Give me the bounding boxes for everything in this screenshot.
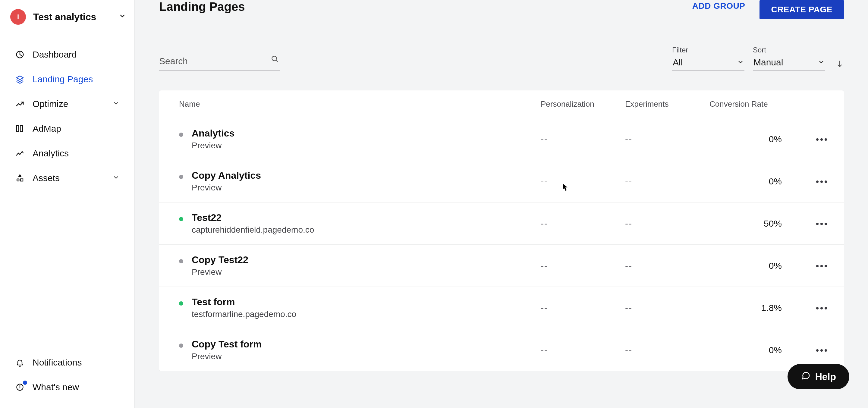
- assets-icon: [15, 173, 25, 183]
- table-row[interactable]: Analytics Preview -- -- 0%: [159, 118, 844, 160]
- cell-personalization: --: [541, 303, 625, 313]
- row-subtext: Preview: [192, 267, 248, 277]
- cell-experiments: --: [625, 176, 710, 187]
- table-row[interactable]: Copy Test form Preview -- -- 0%: [159, 329, 844, 371]
- chevron-down-icon: [113, 174, 119, 183]
- page-header: Landing Pages ADD GROUP CREATE PAGE: [159, 0, 844, 24]
- table-row[interactable]: Test22 capturehiddenfield.pagedemo.co --…: [159, 202, 844, 245]
- row-name: Test form: [192, 296, 296, 308]
- sidebar-nav: Dashboard Landing Pages Optimize: [0, 34, 134, 350]
- row-more-button[interactable]: [816, 307, 827, 310]
- chat-icon: [801, 371, 810, 383]
- sidebar-item-label: Assets: [33, 173, 60, 183]
- row-subtext: Preview: [192, 183, 261, 193]
- row-more-button[interactable]: [816, 138, 827, 141]
- workspace-switcher[interactable]: I Test analytics: [0, 0, 134, 34]
- row-more-button[interactable]: [816, 181, 827, 183]
- sidebar-item-analytics[interactable]: Analytics: [0, 141, 134, 166]
- svg-rect-4: [21, 179, 23, 181]
- status-dot-icon: [179, 217, 183, 221]
- workspace-name: Test analytics: [33, 11, 96, 23]
- cell-conversion: 1.8%: [710, 303, 788, 313]
- search-icon: [271, 55, 278, 64]
- sort-direction-button[interactable]: [835, 60, 844, 69]
- cell-conversion: 0%: [710, 176, 788, 187]
- filter-select[interactable]: All: [672, 56, 744, 71]
- th-personalization: Personalization: [541, 99, 625, 109]
- header-actions: ADD GROUP CREATE PAGE: [692, 0, 844, 19]
- sort-select[interactable]: Manual: [753, 56, 825, 71]
- row-subtext: capturehiddenfield.pagedemo.co: [192, 225, 314, 235]
- row-more-button[interactable]: [816, 223, 827, 225]
- row-more-button[interactable]: [816, 265, 827, 267]
- table-row[interactable]: Copy Analytics Preview -- -- 0%: [159, 160, 844, 202]
- sidebar-item-admap[interactable]: AdMap: [0, 116, 134, 141]
- sort-control: Sort Manual: [753, 46, 825, 71]
- row-more-button[interactable]: [816, 349, 827, 352]
- sidebar-item-assets[interactable]: Assets: [0, 166, 134, 190]
- chevron-down-icon: [113, 99, 119, 109]
- dashboard-icon: [15, 50, 25, 59]
- cell-personalization: --: [541, 176, 625, 187]
- table-header: Name Personalization Experiments Convers…: [159, 90, 844, 118]
- create-page-button[interactable]: CREATE PAGE: [760, 0, 844, 19]
- bell-icon: [15, 358, 25, 367]
- sidebar-item-whats-new[interactable]: What's new: [0, 375, 134, 400]
- whats-new-icon: [15, 382, 25, 392]
- sidebar-item-label: Notifications: [33, 357, 82, 368]
- admap-icon: [15, 124, 25, 133]
- row-subtext: Preview: [192, 352, 261, 361]
- controls-row: Filter All Sort Manual: [159, 46, 844, 71]
- cell-personalization: --: [541, 345, 625, 355]
- status-dot-icon: [179, 259, 183, 263]
- table-row[interactable]: Test form testformarline.pagedemo.co -- …: [159, 287, 844, 329]
- row-subtext: Preview: [192, 141, 235, 150]
- cell-personalization: --: [541, 218, 625, 229]
- sidebar-item-label: Analytics: [33, 148, 69, 158]
- cell-experiments: --: [625, 303, 710, 313]
- cell-conversion: 50%: [710, 218, 788, 229]
- landing-pages-table: Name Personalization Experiments Convers…: [159, 90, 844, 371]
- filter-value: All: [673, 57, 683, 67]
- chevron-down-icon: [737, 57, 744, 67]
- filter-control: Filter All: [672, 46, 744, 71]
- sidebar-item-label: AdMap: [33, 124, 61, 134]
- status-dot-icon: [179, 301, 183, 306]
- status-dot-icon: [179, 133, 183, 137]
- cell-personalization: --: [541, 261, 625, 271]
- page-title: Landing Pages: [159, 0, 245, 13]
- trending-up-icon: [15, 99, 25, 109]
- cell-experiments: --: [625, 345, 710, 355]
- sidebar-item-label: Optimize: [33, 99, 68, 109]
- status-dot-icon: [179, 175, 183, 179]
- row-name: Copy Analytics: [192, 170, 261, 181]
- row-subtext: testformarline.pagedemo.co: [192, 310, 296, 319]
- row-name: Test22: [192, 212, 314, 223]
- sidebar-item-notifications[interactable]: Notifications: [0, 350, 134, 375]
- search-input[interactable]: [159, 54, 280, 70]
- help-button[interactable]: Help: [787, 364, 849, 389]
- filter-label: Filter: [672, 46, 744, 54]
- cell-experiments: --: [625, 218, 710, 229]
- row-name: Copy Test form: [192, 339, 261, 350]
- workspace-initial: I: [17, 13, 19, 21]
- table-row[interactable]: Copy Test22 Preview -- -- 0%: [159, 245, 844, 287]
- cell-personalization: --: [541, 134, 625, 144]
- svg-point-6: [20, 388, 21, 389]
- svg-point-7: [272, 56, 276, 61]
- help-label: Help: [815, 371, 836, 382]
- sidebar-item-landing-pages[interactable]: Landing Pages: [0, 67, 134, 92]
- th-name: Name: [179, 99, 541, 109]
- arrow-down-icon: [835, 60, 844, 68]
- sidebar-item-label: Landing Pages: [33, 74, 93, 84]
- cell-experiments: --: [625, 134, 710, 144]
- notification-dot-icon: [23, 381, 27, 385]
- sidebar-item-dashboard[interactable]: Dashboard: [0, 42, 134, 67]
- sidebar-item-optimize[interactable]: Optimize: [0, 92, 134, 116]
- sort-label: Sort: [753, 46, 825, 54]
- status-dot-icon: [179, 344, 183, 348]
- th-experiments: Experiments: [625, 99, 710, 109]
- add-group-button[interactable]: ADD GROUP: [692, 0, 745, 11]
- chevron-down-icon: [818, 57, 825, 67]
- svg-rect-1: [17, 126, 19, 132]
